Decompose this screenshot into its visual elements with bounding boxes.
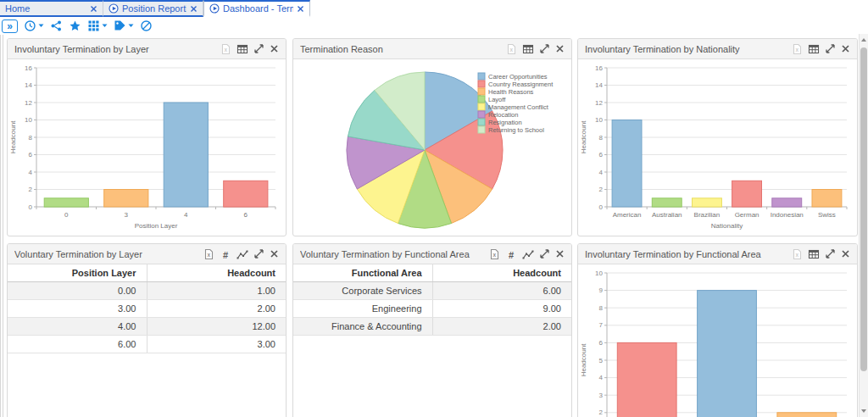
scroll-down-arrow[interactable] bbox=[861, 409, 866, 413]
close-icon[interactable] bbox=[270, 249, 279, 259]
export-excel-icon[interactable]: x bbox=[791, 248, 803, 260]
panel-title: Voluntary Termination by Layer bbox=[14, 249, 203, 259]
svg-text:10: 10 bbox=[595, 116, 603, 124]
svg-text:4: 4 bbox=[599, 169, 604, 176]
svg-text:2: 2 bbox=[599, 409, 604, 416]
table-cell: 0.00 bbox=[8, 282, 147, 300]
svg-text:9: 9 bbox=[599, 286, 604, 294]
expand-icon[interactable] bbox=[539, 43, 550, 54]
expand-panel-button[interactable]: » bbox=[2, 19, 18, 33]
svg-text:0: 0 bbox=[29, 203, 33, 211]
data-table-icon[interactable] bbox=[522, 43, 534, 55]
close-icon[interactable] bbox=[270, 44, 279, 53]
data-table: Functional AreaHeadcountCorporate Servic… bbox=[293, 264, 571, 336]
grid-icon bbox=[87, 19, 100, 32]
tab-close-icon[interactable] bbox=[90, 5, 97, 13]
chevron-down-icon bbox=[102, 24, 108, 28]
export-excel-icon[interactable]: x bbox=[220, 43, 231, 55]
table-cell: 12.00 bbox=[147, 318, 286, 336]
close-icon[interactable] bbox=[555, 44, 565, 53]
data-table-icon[interactable] bbox=[808, 248, 820, 260]
svg-text:2: 2 bbox=[599, 186, 604, 193]
scroll-up-arrow[interactable] bbox=[861, 38, 866, 42]
expand-icon[interactable] bbox=[253, 43, 264, 54]
tab-bar: Home Position Reporting Struct... Dashbo… bbox=[0, 0, 868, 17]
panel-title: Termination Reason bbox=[300, 44, 505, 54]
tag-icon bbox=[114, 19, 126, 32]
svg-text:10: 10 bbox=[25, 116, 32, 124]
export-excel-icon[interactable]: x bbox=[505, 43, 517, 55]
share-icon[interactable] bbox=[50, 19, 63, 32]
tab-dashboard-termination[interactable]: Dashboard - Termination bbox=[203, 0, 310, 17]
panel-header: Involuntary Termination by Nationality x bbox=[578, 39, 857, 59]
column-header[interactable]: Headcount bbox=[432, 264, 571, 282]
export-excel-icon[interactable]: x bbox=[203, 248, 214, 260]
tab-close-icon[interactable] bbox=[190, 5, 198, 13]
svg-text:12: 12 bbox=[595, 99, 603, 107]
tab-home[interactable]: Home bbox=[0, 0, 103, 17]
svg-text:x: x bbox=[225, 47, 228, 53]
close-icon[interactable] bbox=[841, 249, 850, 259]
number-format-icon[interactable]: # bbox=[220, 248, 231, 260]
chart-view-icon[interactable] bbox=[522, 248, 534, 260]
tags-dropdown[interactable] bbox=[114, 19, 134, 32]
scrollbar-thumb[interactable] bbox=[860, 47, 867, 371]
play-icon bbox=[209, 3, 220, 14]
svg-text:6: 6 bbox=[244, 211, 248, 219]
data-table-icon[interactable] bbox=[808, 43, 820, 55]
close-icon[interactable] bbox=[841, 44, 850, 53]
chevron-down-icon bbox=[38, 24, 44, 28]
svg-text:Career Opportunities: Career Opportunities bbox=[488, 73, 548, 81]
expand-icon[interactable] bbox=[539, 248, 550, 259]
chart-view-icon[interactable] bbox=[236, 248, 248, 260]
svg-text:8: 8 bbox=[599, 304, 604, 312]
expand-icon[interactable] bbox=[253, 248, 264, 259]
svg-text:American: American bbox=[613, 211, 642, 219]
column-header[interactable]: Headcount bbox=[147, 264, 286, 282]
svg-text:#: # bbox=[223, 249, 228, 259]
table-row: Finance & Accounting2.00 bbox=[293, 318, 571, 336]
tab-position-reporting-structure[interactable]: Position Reporting Struct... bbox=[103, 0, 203, 17]
schedule-dropdown[interactable] bbox=[24, 19, 44, 32]
tab-close-icon[interactable] bbox=[297, 5, 304, 13]
table-row: 6.003.00 bbox=[8, 336, 286, 353]
svg-text:7: 7 bbox=[599, 321, 604, 329]
column-header[interactable]: Functional Area bbox=[293, 264, 432, 282]
svg-text:Australian: Australian bbox=[652, 211, 682, 219]
table-cell: Engineering bbox=[293, 300, 432, 318]
svg-text:3: 3 bbox=[125, 211, 129, 219]
data-table-icon[interactable] bbox=[236, 43, 248, 55]
panel-involuntary-termination-by-nationality: Involuntary Termination by Nationality x… bbox=[577, 38, 858, 236]
table-cell: 2.00 bbox=[147, 300, 286, 318]
svg-text:Swiss: Swiss bbox=[818, 211, 836, 219]
svg-text:German: German bbox=[735, 211, 760, 219]
export-excel-icon[interactable]: x bbox=[488, 248, 500, 260]
collapsed-sidebar-strip bbox=[0, 35, 3, 417]
expand-icon[interactable] bbox=[825, 248, 836, 259]
favorite-star-icon[interactable] bbox=[69, 19, 81, 32]
expand-icon[interactable] bbox=[825, 43, 836, 54]
panel-title: Voluntary Termination by Functional Area bbox=[300, 249, 488, 259]
vertical-scrollbar[interactable] bbox=[859, 34, 868, 417]
svg-text:Returning to School: Returning to School bbox=[488, 126, 544, 134]
column-header[interactable]: Position Layer bbox=[8, 264, 147, 282]
table-cell: 2.00 bbox=[432, 318, 571, 336]
table-cell: Corporate Services bbox=[293, 282, 432, 300]
svg-text:Layoff: Layoff bbox=[488, 96, 506, 103]
grid-view-dropdown[interactable] bbox=[87, 19, 108, 32]
panel-header: Involuntary Termination by Layer x bbox=[8, 39, 286, 59]
close-icon[interactable] bbox=[555, 249, 565, 259]
table-cell: 6.00 bbox=[8, 336, 147, 353]
number-format-icon[interactable]: # bbox=[505, 248, 517, 260]
svg-text:4: 4 bbox=[184, 211, 188, 219]
tab-label: Home bbox=[5, 3, 86, 14]
export-excel-icon[interactable]: x bbox=[791, 43, 803, 55]
table-cell: 4.00 bbox=[8, 318, 147, 336]
svg-text:Position Layer: Position Layer bbox=[135, 222, 178, 230]
svg-text:Headcount: Headcount bbox=[580, 343, 587, 376]
svg-text:Management Conflict: Management Conflict bbox=[488, 103, 549, 111]
table-row: Engineering9.00 bbox=[293, 300, 571, 318]
history-disabled-icon[interactable] bbox=[140, 19, 153, 32]
panel-header: Voluntary Termination by Functional Area… bbox=[293, 244, 571, 264]
table-cell: 3.00 bbox=[8, 300, 147, 318]
